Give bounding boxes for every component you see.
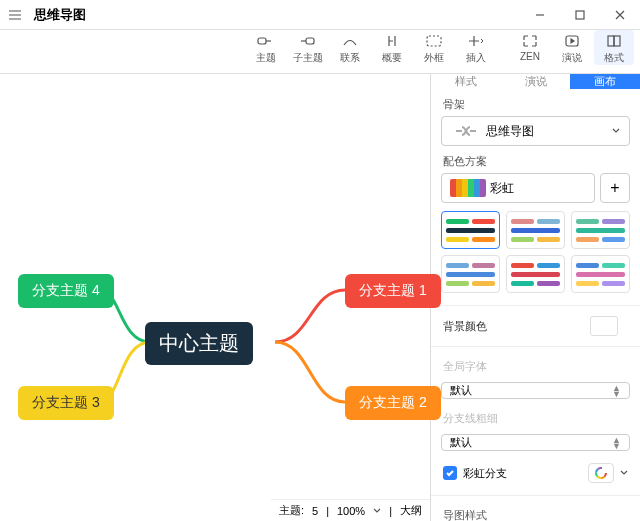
weight-label: 分支线粗细 (431, 403, 640, 430)
map-style-label: 导图样式 (431, 500, 640, 521)
skeleton-icon (450, 123, 482, 139)
tab-presentation[interactable]: 演说 (501, 74, 571, 89)
scheme-thumb-3[interactable] (571, 211, 630, 249)
topic-icon (257, 32, 275, 50)
rainbow-label: 彩虹分支 (463, 466, 507, 481)
chevron-down-icon (611, 126, 621, 136)
toolbar-topic[interactable]: 主题 (246, 30, 286, 65)
play-icon (564, 32, 580, 50)
font-label: 全局字体 (431, 351, 640, 378)
toolbar-insert[interactable]: 插入 (456, 30, 496, 65)
mindmap-canvas[interactable]: 分支主题 4 分支主题 1 中心主题 分支主题 3 分支主题 2 主题: 5 |… (0, 74, 430, 521)
app-title: 思维导图 (30, 6, 86, 24)
chevron-down-icon[interactable] (620, 469, 628, 477)
rainbow-style-button[interactable] (588, 463, 614, 483)
bg-color-label: 背景颜色 (443, 319, 487, 334)
updown-icon: ▲▼ (612, 385, 621, 397)
svg-rect-3 (427, 36, 441, 46)
status-zoom[interactable]: 100% (337, 505, 365, 517)
toolbar-subtopic[interactable]: 子主题 (288, 30, 328, 65)
tab-canvas[interactable]: 画布 (570, 74, 640, 89)
rainbow-swatch (450, 179, 486, 197)
rainbow-checkbox[interactable] (443, 466, 457, 480)
toolbar-relation[interactable]: 联系 (330, 30, 370, 65)
status-outline[interactable]: 大纲 (400, 503, 422, 518)
svg-rect-5 (608, 36, 614, 46)
boundary-icon (425, 32, 443, 50)
window-minimize[interactable] (520, 0, 560, 30)
window-maximize[interactable] (560, 0, 600, 30)
svg-rect-2 (306, 38, 314, 44)
center-node[interactable]: 中心主题 (145, 322, 253, 365)
branch-node-2[interactable]: 分支主题 2 (345, 386, 441, 420)
format-icon (606, 32, 622, 50)
status-topic-label: 主题: (279, 503, 304, 518)
scheme-thumb-4[interactable] (441, 255, 500, 293)
toolbar-format[interactable]: 格式 (594, 30, 634, 65)
updown-icon: ▲▼ (612, 437, 621, 449)
svg-rect-1 (258, 38, 266, 44)
branch-node-1[interactable]: 分支主题 1 (345, 274, 441, 308)
svg-rect-6 (614, 36, 620, 46)
tab-style[interactable]: 样式 (431, 74, 501, 89)
status-topic-count: 5 (312, 505, 318, 517)
subtopic-icon (299, 32, 317, 50)
toolbar-summary[interactable]: 概要 (372, 30, 412, 65)
relation-icon (341, 32, 359, 50)
scheme-thumb-2[interactable] (506, 211, 565, 249)
font-select[interactable]: 默认 ▲▼ (441, 382, 630, 399)
scheme-thumb-5[interactable] (506, 255, 565, 293)
scheme-thumb-6[interactable] (571, 255, 630, 293)
skeleton-select[interactable]: 思维导图 (441, 116, 630, 146)
add-scheme-button[interactable]: + (600, 173, 630, 203)
scheme-section-label: 配色方案 (431, 146, 640, 173)
scheme-select[interactable]: 彩虹 (441, 173, 595, 203)
format-panel: 样式 演说 画布 骨架 思维导图 配色方案 彩虹 + (430, 74, 640, 521)
chevron-down-icon[interactable] (373, 507, 381, 515)
branch-node-4[interactable]: 分支主题 4 (18, 274, 114, 308)
insert-icon (467, 32, 485, 50)
zen-icon (522, 32, 538, 50)
menu-button[interactable] (0, 0, 30, 30)
summary-icon (383, 32, 401, 50)
window-close[interactable] (600, 0, 640, 30)
toolbar-presentation[interactable]: 演说 (552, 30, 592, 65)
toolbar-zen[interactable]: ZEN (510, 30, 550, 62)
skeleton-section-label: 骨架 (431, 89, 640, 116)
branch-node-3[interactable]: 分支主题 3 (18, 386, 114, 420)
scheme-thumb-1[interactable] (441, 211, 500, 249)
toolbar-boundary[interactable]: 外框 (414, 30, 454, 65)
bg-color-picker[interactable] (590, 316, 618, 336)
weight-select[interactable]: 默认 ▲▼ (441, 434, 630, 451)
svg-rect-0 (576, 11, 584, 19)
